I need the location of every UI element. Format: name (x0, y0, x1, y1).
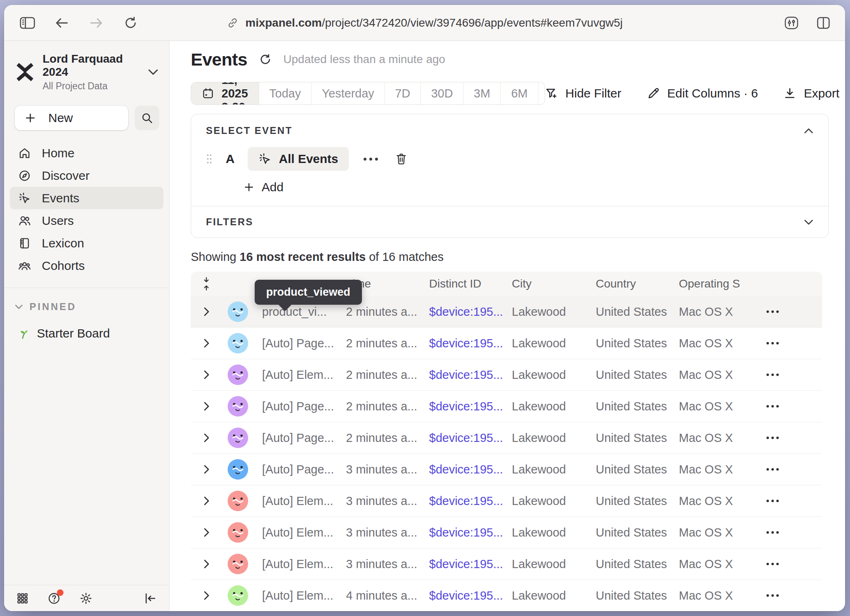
hide-filter-button[interactable]: Hide Filter (545, 86, 622, 100)
column-header-city[interactable]: City (512, 277, 596, 290)
row-options-menu[interactable] (766, 374, 779, 376)
column-header-country[interactable]: Country (596, 277, 679, 290)
chevron-up-icon[interactable] (804, 128, 814, 134)
sidebar-item-discover[interactable]: Discover (10, 164, 163, 187)
export-button[interactable]: Export (783, 86, 839, 100)
table-row[interactable]: [Auto] Elem... 4 minutes a... $device:19… (191, 580, 822, 611)
table-row[interactable]: [Auto] Page... 2 minutes a... $device:19… (191, 391, 822, 422)
sidebar-item-starter-board[interactable]: Starter Board (4, 313, 169, 340)
gear-icon[interactable] (79, 592, 93, 605)
distinct-id-link[interactable]: $device:195... (429, 589, 512, 602)
book-icon (18, 237, 31, 250)
pinned-section-toggle[interactable]: PINNED (4, 288, 169, 313)
event-city: Lakewood (512, 526, 596, 539)
sidebar-item-label: Cohorts (42, 259, 85, 273)
range-today[interactable]: Today (259, 82, 312, 104)
reload-button[interactable] (123, 15, 138, 31)
chevron-right-icon[interactable] (203, 527, 210, 538)
event-os: Mac OS X (679, 400, 740, 413)
distinct-id-link[interactable]: $device:195... (429, 305, 512, 319)
table-row[interactable]: [Auto] Elem... 3 minutes a... $device:19… (191, 548, 822, 580)
sidebar-item-events[interactable]: Events (10, 187, 163, 209)
drag-handle-icon[interactable] (206, 154, 212, 164)
event-selector-chip[interactable]: All Events (248, 147, 349, 171)
events-cursor-icon (18, 192, 31, 205)
row-options-menu[interactable] (766, 500, 779, 502)
range-6m[interactable]: 6M (501, 82, 538, 104)
edit-columns-button[interactable]: Edit Columns · 6 (647, 86, 758, 100)
row-options-menu[interactable] (766, 563, 779, 565)
row-options-menu[interactable] (766, 594, 779, 597)
event-city: Lakewood (512, 305, 596, 319)
distinct-id-link[interactable]: $device:195... (429, 494, 512, 508)
chevron-right-icon[interactable] (203, 464, 210, 475)
new-button[interactable]: New (15, 106, 128, 130)
range-30d[interactable]: 30D (421, 82, 463, 104)
back-button[interactable] (54, 15, 70, 31)
table-row[interactable]: [Auto] Elem... 2 minutes a... $device:19… (191, 359, 822, 391)
select-event-label: SELECT EVENT (206, 125, 292, 136)
row-options-menu[interactable] (766, 531, 779, 534)
trash-icon[interactable] (395, 152, 407, 165)
range-3m[interactable]: 3M (463, 82, 501, 104)
column-header-os[interactable]: Operating S (679, 277, 740, 290)
chevron-right-icon[interactable] (203, 433, 210, 443)
chevron-right-icon[interactable] (203, 401, 210, 412)
apps-grid-icon[interactable] (16, 592, 29, 605)
range-12m[interactable]: 12M (538, 82, 545, 104)
sidebar-toggle-icon[interactable] (20, 15, 35, 31)
filter-plus-icon (545, 87, 558, 100)
sidebar-item-home[interactable]: Home (10, 142, 163, 164)
table-row[interactable]: [Auto] Elem... 3 minutes a... $device:19… (191, 485, 822, 517)
sidebar-item-cohorts[interactable]: Cohorts (10, 254, 163, 277)
distinct-id-link[interactable]: $device:195... (429, 431, 512, 445)
chevron-right-icon[interactable] (203, 496, 210, 506)
sort-time-icon[interactable] (203, 277, 210, 291)
date-picker[interactable]: Mar 11, 2025 3:30 pm (191, 82, 259, 104)
table-row[interactable]: [Auto] Page... 2 minutes a... $device:19… (191, 422, 822, 454)
table-row[interactable]: [Auto] Elem... 3 minutes a... $device:19… (191, 517, 822, 548)
event-time: 3 minutes a... (346, 463, 429, 476)
address-bar[interactable]: mixpanel.com/project/3472420/view/397469… (226, 16, 622, 29)
distinct-id-link[interactable]: $device:195... (429, 557, 512, 571)
table-row[interactable]: [Auto] Page... 2 minutes a... $device:19… (191, 328, 822, 359)
split-view-icon[interactable] (816, 15, 831, 31)
distinct-id-link[interactable]: $device:195... (429, 368, 512, 382)
distinct-id-link[interactable]: $device:195... (429, 400, 512, 413)
distinct-id-link[interactable]: $device:195... (429, 337, 512, 350)
help-icon[interactable] (47, 592, 61, 605)
chevron-right-icon[interactable] (203, 338, 210, 349)
chevron-right-icon[interactable] (203, 306, 210, 317)
notification-badge (57, 589, 63, 596)
forward-button[interactable] (88, 15, 104, 31)
collapse-sidebar-icon[interactable] (144, 592, 157, 605)
column-header-distinct-id[interactable]: Distinct ID (429, 277, 512, 290)
chevron-right-icon[interactable] (203, 559, 210, 569)
row-options-menu[interactable] (766, 437, 779, 439)
row-options-menu[interactable] (766, 405, 779, 408)
range-yesterday[interactable]: Yesterday (312, 82, 385, 104)
row-options-menu[interactable] (766, 310, 779, 313)
home-icon (18, 147, 31, 160)
event-name: [Auto] Page... (262, 431, 346, 445)
row-options-menu[interactable] (766, 342, 779, 344)
search-button[interactable] (135, 106, 159, 130)
sidebar-item-label: Events (42, 191, 79, 205)
chevron-right-icon[interactable] (203, 590, 210, 601)
distinct-id-link[interactable]: $device:195... (429, 526, 512, 539)
browser-settings-icon[interactable] (784, 15, 799, 31)
table-row[interactable]: [Auto] Page... 3 minutes a... $device:19… (191, 454, 822, 485)
project-switcher[interactable]: Lord Farquaad 2024 All Project Data (4, 41, 169, 92)
event-options-menu[interactable] (360, 158, 381, 161)
range-7d[interactable]: 7D (385, 82, 421, 104)
refresh-icon[interactable] (259, 53, 272, 66)
event-name: [Auto] Elem... (262, 557, 346, 571)
sidebar-item-lexicon[interactable]: Lexicon (10, 232, 163, 254)
distinct-id-link[interactable]: $device:195... (429, 463, 512, 476)
event-name: [Auto] Page... (262, 337, 346, 350)
sidebar-item-users[interactable]: Users (10, 209, 163, 232)
chevron-down-icon[interactable] (804, 219, 814, 225)
add-event-button[interactable]: Add (244, 180, 814, 195)
chevron-right-icon[interactable] (203, 369, 210, 380)
row-options-menu[interactable] (766, 468, 779, 471)
